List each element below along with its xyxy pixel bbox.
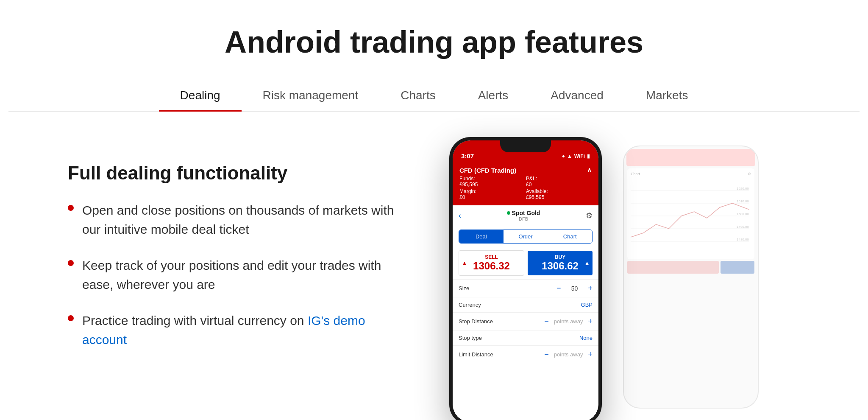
- feature-list: Open and close positions on thousands of…: [68, 201, 407, 349]
- limit-distance-controls: − points away +: [544, 350, 593, 359]
- nav-tabs: Dealing Risk management Charts Alerts Ad…: [8, 80, 860, 112]
- app-header: CFD (CFD Trading) ∧ Funds: £95,595 P&L: …: [453, 163, 598, 205]
- up-arrow-icon: ▲: [584, 260, 590, 266]
- svg-text:1510.00: 1510.00: [737, 199, 749, 203]
- feature-text-3: Practice trading with virtual currency o…: [82, 311, 407, 349]
- app-header-title: CFD (CFD Trading) ∧: [459, 166, 592, 174]
- deal-tab-deal[interactable]: Deal: [459, 230, 504, 243]
- available-info: Available: £95,595: [526, 188, 592, 200]
- chevron-up-icon: ∧: [587, 166, 592, 174]
- size-row: Size − 50 +: [453, 279, 598, 297]
- feature-text-prefix: Practice trading with virtual currency o…: [82, 314, 308, 328]
- stop-type-value[interactable]: None: [579, 335, 593, 341]
- wifi-icon: ▲: [567, 153, 572, 159]
- size-plus-button[interactable]: +: [588, 284, 593, 293]
- signal-icon: ●: [562, 153, 565, 159]
- svg-text:1520.00: 1520.00: [737, 187, 749, 190]
- stop-type-row: Stop type None: [453, 330, 598, 345]
- status-icons: ● ▲ WiFi ▮: [562, 153, 590, 159]
- green-dot-icon: [507, 211, 510, 215]
- margin-info: Margin: £0: [459, 188, 525, 200]
- instrument-title: Spot Gold: [465, 210, 582, 216]
- feature-text-1: Open and close positions on thousands of…: [82, 201, 407, 239]
- left-content: Full dealing functionality Open and clos…: [68, 146, 407, 366]
- svg-text:1490.00: 1490.00: [737, 225, 749, 229]
- buy-price: 1306.62: [533, 260, 587, 272]
- bg-chart-svg: 1520.00 1510.00 1500.00 1490.00 1480.00: [631, 178, 749, 254]
- size-controls: − 50 +: [556, 284, 593, 293]
- stop-minus-button[interactable]: −: [544, 317, 549, 326]
- list-item: Open and close positions on thousands of…: [68, 201, 407, 239]
- bullet-icon: [68, 260, 74, 266]
- phone-mockups: Chart ⚙ 1520.00 1510.00 1500.0: [424, 137, 742, 420]
- list-item: Practice trading with virtual currency o…: [68, 311, 407, 349]
- sell-price: 1306.32: [464, 260, 519, 272]
- funds-info: Funds: £95,595: [459, 176, 525, 188]
- deal-tabs: Deal Order Chart: [459, 230, 593, 244]
- stop-distance-label: Stop Distance: [459, 318, 544, 325]
- limit-distance-placeholder: points away: [554, 351, 583, 358]
- section-title: Full dealing functionality: [68, 162, 407, 184]
- stop-type-label: Stop type: [459, 335, 579, 341]
- app-header-info: Funds: £95,595 P&L: £0 Margin: £0: [459, 176, 592, 200]
- page-title: Android trading app features: [8, 25, 860, 59]
- currency-label: Currency: [459, 302, 581, 308]
- phone-notch: [500, 140, 551, 152]
- limit-distance-row: Limit Distance − points away +: [453, 345, 598, 363]
- phone-background: Chart ⚙ 1520.00 1510.00 1500.0: [623, 146, 759, 409]
- wifi-icon2: WiFi: [574, 153, 585, 159]
- tab-charts[interactable]: Charts: [379, 80, 456, 111]
- size-minus-button[interactable]: −: [556, 284, 561, 293]
- bullet-icon: [68, 315, 74, 321]
- instrument-sub: DFB: [465, 216, 582, 221]
- gear-icon[interactable]: ⚙: [586, 211, 593, 220]
- deal-header: ‹ Spot Gold DFB ⚙: [453, 205, 598, 226]
- bullet-icon: [68, 205, 74, 211]
- tab-markets[interactable]: Markets: [625, 80, 709, 111]
- stop-distance-controls: − points away +: [544, 317, 593, 326]
- phone-bg-screen: Chart ⚙ 1520.00 1510.00 1500.0: [624, 146, 758, 408]
- down-arrow-icon: ▲: [462, 260, 467, 266]
- deal-tab-chart[interactable]: Chart: [548, 230, 592, 243]
- status-time: 3:07: [461, 152, 474, 160]
- stop-distance-placeholder: points away: [554, 318, 583, 325]
- limit-minus-button[interactable]: −: [544, 350, 549, 359]
- limit-plus-button[interactable]: +: [588, 350, 593, 359]
- deal-ticket: ‹ Spot Gold DFB ⚙: [453, 205, 598, 420]
- deal-tab-order[interactable]: Order: [504, 230, 548, 243]
- tab-alerts[interactable]: Alerts: [457, 80, 530, 111]
- svg-text:1500.00: 1500.00: [737, 212, 749, 216]
- phone-screen: 3:07 ● ▲ WiFi ▮ CFD (CFD Trading) ∧: [453, 140, 598, 420]
- tab-advanced[interactable]: Advanced: [529, 80, 625, 111]
- buy-box[interactable]: BUY 1306.62 ▲: [528, 251, 593, 275]
- stop-plus-button[interactable]: +: [588, 317, 593, 326]
- page-container: Android trading app features Dealing Ris…: [0, 0, 868, 420]
- back-arrow-icon[interactable]: ‹: [459, 211, 461, 220]
- size-label: Size: [459, 285, 556, 291]
- list-item: Keep track of your positions and edit yo…: [68, 256, 407, 294]
- size-value: 50: [566, 285, 583, 292]
- limit-distance-label: Limit Distance: [459, 351, 544, 358]
- stop-distance-row: Stop Distance − points away +: [453, 312, 598, 330]
- sell-label: SELL: [464, 254, 519, 260]
- sell-buy-section: ▲ SELL 1306.32 BUY 1306.62 ▲: [453, 247, 598, 279]
- tab-risk-management[interactable]: Risk management: [242, 80, 380, 111]
- main-content: Full dealing functionality Open and clos…: [0, 112, 868, 420]
- bg-red-bar: [626, 149, 755, 166]
- sell-box[interactable]: ▲ SELL 1306.32: [459, 250, 524, 276]
- currency-value[interactable]: GBP: [581, 302, 593, 308]
- header-section: Android trading app features Dealing Ris…: [0, 0, 868, 112]
- svg-text:1480.00: 1480.00: [737, 238, 749, 241]
- buy-label: BUY: [533, 254, 587, 260]
- pl-info: P&L: £0: [526, 176, 592, 188]
- phone-main: 3:07 ● ▲ WiFi ▮ CFD (CFD Trading) ∧: [449, 137, 602, 420]
- battery-icon: ▮: [587, 153, 590, 159]
- currency-row: Currency GBP: [453, 297, 598, 312]
- instrument-name: Spot Gold DFB: [465, 210, 582, 221]
- feature-text-2: Keep track of your positions and edit yo…: [82, 256, 407, 294]
- tab-dealing[interactable]: Dealing: [159, 80, 242, 111]
